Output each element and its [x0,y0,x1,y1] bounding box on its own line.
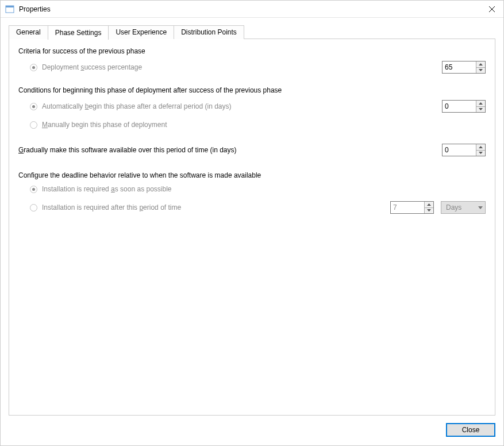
deadline-section: Configure the deadline behavior relative… [18,171,486,214]
radio-success-percentage [30,64,37,71]
auto-begin-days-spinner[interactable] [442,100,486,113]
svg-marker-12 [478,206,483,209]
tab-user-experience[interactable]: User Experience [108,25,174,39]
gradual-days-spinner[interactable] [442,144,486,156]
label-success-percentage: Deployment success percentage [42,63,142,71]
conditions-title: Conditions for beginning this phase of d… [18,86,486,94]
tab-phase-settings[interactable]: Phase Settings [48,25,109,40]
label-auto-begin: Automatically begin this phase after a d… [42,102,232,110]
criteria-section: Criteria for success of the previous pha… [18,47,486,74]
conditions-section: Conditions for beginning this phase of d… [18,86,486,129]
spinner-down-icon[interactable] [476,151,485,156]
svg-marker-11 [427,209,431,212]
app-icon [5,5,14,14]
spinner-up-icon[interactable] [476,144,485,151]
svg-marker-7 [479,108,483,110]
spinner-down-icon[interactable] [476,107,485,113]
client-area: General Phase Settings User Experience D… [1,18,503,419]
radio-auto-begin [30,103,37,110]
spinner-down-icon [425,208,433,214]
svg-marker-4 [479,63,483,66]
dialog-footer: Close [1,419,503,445]
gradual-days-input[interactable] [443,144,476,156]
after-period-unit-combo: Days [441,201,486,214]
window-close-button[interactable] [480,1,503,18]
after-period-input [391,202,424,213]
close-button[interactable]: Close [446,423,495,437]
window-title: Properties [19,5,480,13]
svg-rect-1 [6,6,14,7]
title-bar: Properties [1,1,503,18]
gradual-section: Gradually make this software available o… [18,144,486,156]
success-percentage-input[interactable] [443,61,476,73]
tab-general[interactable]: General [9,25,48,39]
svg-marker-9 [479,152,483,154]
svg-marker-8 [479,146,483,148]
label-after-period: Installation is required after this peri… [42,203,181,212]
spinner-up-icon[interactable] [476,61,485,68]
svg-marker-6 [479,102,483,105]
tab-distribution-points[interactable]: Distribution Points [174,25,244,39]
tab-strip: General Phase Settings User Experience D… [9,25,495,39]
spinner-up-icon [425,202,433,208]
tab-panel-phase-settings: Criteria for success of the previous pha… [9,39,495,416]
success-percentage-spinner[interactable] [442,61,486,74]
spinner-down-icon[interactable] [476,68,485,74]
after-period-spinner [390,201,434,214]
properties-dialog: Properties General Phase Settings User E… [0,0,504,446]
chevron-down-icon [476,206,485,209]
label-manual-begin: Manually begin this phase of deployment [42,121,167,129]
label-asap: Installation is required as soon as poss… [42,185,172,193]
svg-marker-5 [479,69,483,71]
deadline-title: Configure the deadline behavior relative… [18,171,486,179]
radio-manual-begin [30,121,37,129]
svg-marker-10 [427,203,431,206]
criteria-title: Criteria for success of the previous pha… [18,47,486,55]
radio-asap [30,186,37,193]
gradual-label: Gradually make this software available o… [18,146,237,154]
spinner-up-icon[interactable] [476,101,485,107]
radio-after-period [30,204,37,212]
after-period-unit-value: Days [446,203,461,212]
auto-begin-days-input[interactable] [443,101,476,112]
